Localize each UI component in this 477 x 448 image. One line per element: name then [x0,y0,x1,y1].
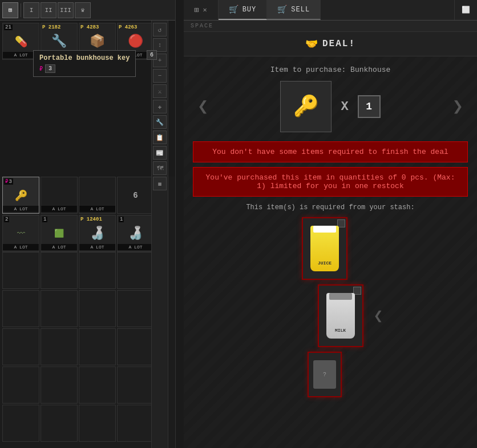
item-to-purchase-label: Item to purchase: Bunkhouse [193,66,468,74]
inv-cell-e1[interactable] [2,252,39,289]
toolbar-sep-1 [21,3,21,17]
cell-price-wire: P 4263 [119,25,137,30]
cell-count-rope: 2 [4,217,9,222]
small-item-visual: ? [313,360,336,389]
item-icon-tape1: 🔧 [51,34,67,49]
inv-cell-e10[interactable] [41,328,78,365]
cart-icon: 🛒 [229,5,239,14]
inv-cell-e16[interactable] [117,366,154,404]
req-item-placeholder[interactable]: ? [308,352,342,397]
inv-cell-e5[interactable] [2,290,39,327]
layers-icon-btn[interactable]: ◼ [153,177,167,190]
tab-spacer [321,0,454,20]
cell-label-water2: A LOT [118,244,153,250]
inv-cell-rope[interactable]: 2 〰 A LOT [2,215,39,252]
cell-count-pills: 21 [4,25,13,30]
inv-cell-empty1[interactable]: A LOT [41,177,78,214]
handshake-icon: 🤝 [305,38,318,50]
inv-cell-pills[interactable]: 21 💊 A LOT [2,23,39,60]
inventory-grid-row1: 21 💊 A LOT P 2182 🔧 A LOT P 4283 📦 A LOT… [0,21,175,177]
item-icon-tape2: 📦 [90,34,105,49]
map-icon-btn[interactable]: 🗺 [153,161,167,175]
req-item-row-2: MILK ❮ [278,284,383,347]
deal-header: 🤝 DEAL! [184,32,477,56]
cell-label-pills: A LOT [3,52,39,58]
tab-grid[interactable]: ⊞ ✕ [184,0,219,20]
error-box-items: You don't have some items required to fi… [193,141,468,162]
cell-count-food-bag: 1 [42,217,47,222]
cell-label-empty2: A LOT [79,206,115,212]
sort-btn-3[interactable]: III [58,2,74,18]
document-icon-btn[interactable]: 📰 [153,146,167,160]
key-icon-large: 🔑 [293,94,319,119]
inv-cell-tape2[interactable]: P 4283 📦 A LOT [79,23,116,60]
inv-cell-e20[interactable] [117,405,154,442]
inv-cell-tape1[interactable]: P 2182 🔧 A LOT [41,23,78,60]
cross-icon-btn[interactable]: ✚ [153,100,167,113]
wrench-icon-btn[interactable]: 🔧 [153,115,167,129]
top-tabs: ⊞ ✕ 🛒 BUY 🛒 SELL ⬜ [184,0,477,21]
inv-cell-e15[interactable] [79,366,116,404]
refresh-icon-btn[interactable]: ↺ [153,23,167,36]
tab-sell[interactable]: 🛒 SELL [267,0,321,20]
clipboard-icon-btn[interactable]: 📋 [153,131,167,144]
req-item-row-1: JUICE [262,217,399,280]
inventory-grid-row3: 2 〰 A LOT 1 🟩 A LOT P 12401 🍶 A LOT 1 🍶 … [0,214,175,251]
inv-cell-e17[interactable] [2,405,39,442]
sort-btn-2[interactable]: II [41,2,56,18]
req-item-milk[interactable]: MILK [318,284,363,347]
tab-buy[interactable]: 🛒 BUY [219,0,268,20]
item-icon-water1: 🍶 [90,226,105,241]
req-item-juice[interactable]: JUICE [302,217,347,280]
nav-arrow-right[interactable]: ❯ [452,95,463,118]
quantity-box[interactable]: 1 [358,95,381,118]
inv-cell-water2[interactable]: 1 🍶 A LOT [117,215,154,252]
inv-cell-e13[interactable] [2,366,39,404]
crown-btn[interactable]: ♛ [75,2,91,18]
inv-cell-empty3[interactable]: 6 [117,177,154,214]
sword-icon-btn[interactable]: ⚔ [153,84,167,98]
cell-count-key: ₽ 3 [4,178,13,185]
inv-cell-e11[interactable] [79,328,116,365]
item-box-key[interactable]: 🔑 [280,81,332,132]
inv-cell-food-bag[interactable]: 1 🟩 A LOT [41,215,78,252]
inv-cell-empty2[interactable]: A LOT [79,177,116,214]
tab-end[interactable]: ⬜ [454,0,477,20]
minus-icon-btn[interactable]: − [153,69,167,83]
inv-cell-water1[interactable]: P 12401 🍶 A LOT [79,215,116,252]
inv-cell-e12[interactable] [117,328,154,365]
cell-count-water2: 1 [119,217,124,222]
cell-label-key: A LOT [3,206,39,212]
inv-cell-key[interactable]: ₽ 3 🔑 A LOT [2,177,39,214]
inv-cell-e8[interactable] [117,290,154,327]
inv-cell-e14[interactable] [41,366,78,404]
cell-label-rope: A LOT [3,244,39,250]
sort-btn-1[interactable]: I [23,2,39,18]
inventory-grid-empty [0,251,175,443]
error-box-limit: You've purchased this item in quantities… [193,167,468,197]
inv-cell-e19[interactable] [79,405,116,442]
req-item-row-3: ? [268,352,393,397]
purchase-area-wrapper: ❮ 🔑 X 1 ❯ [193,81,468,132]
grid-view-btn[interactable]: ⊞ [2,2,18,18]
item-icon-wire: 🔴 [128,34,143,49]
nav-arrow-left[interactable]: ❮ [197,95,208,118]
inv-cell-e2[interactable] [41,252,78,289]
req-nav-arrow-left[interactable]: ❮ [374,306,383,325]
space-label: SPACE [191,23,213,29]
deal-area: Item to purchase: Bunkhouse ❮ 🔑 X 1 ❯ Yo… [184,56,477,448]
inv-cell-e4[interactable] [117,252,154,289]
milk-visual: MILK [326,293,355,339]
tooltip-badge: 6 [147,50,157,60]
inv-cell-e6[interactable] [41,290,78,327]
cell-price-tape2: P 4283 [80,25,99,30]
cell-label-tape2: A LOT [79,52,115,58]
inventory-grid-row2: ₽ 3 🔑 A LOT A LOT A LOT 6 [0,177,175,214]
purchase-row: ❮ 🔑 X 1 ❯ [193,81,468,132]
inv-cell-e9[interactable] [2,328,39,365]
inv-cell-e3[interactable] [79,252,116,289]
item-icon-water2: 🍶 [128,226,143,241]
inv-cell-e18[interactable] [41,405,78,442]
inv-cell-e7[interactable] [79,290,116,327]
space-bar: SPACE [184,21,477,32]
